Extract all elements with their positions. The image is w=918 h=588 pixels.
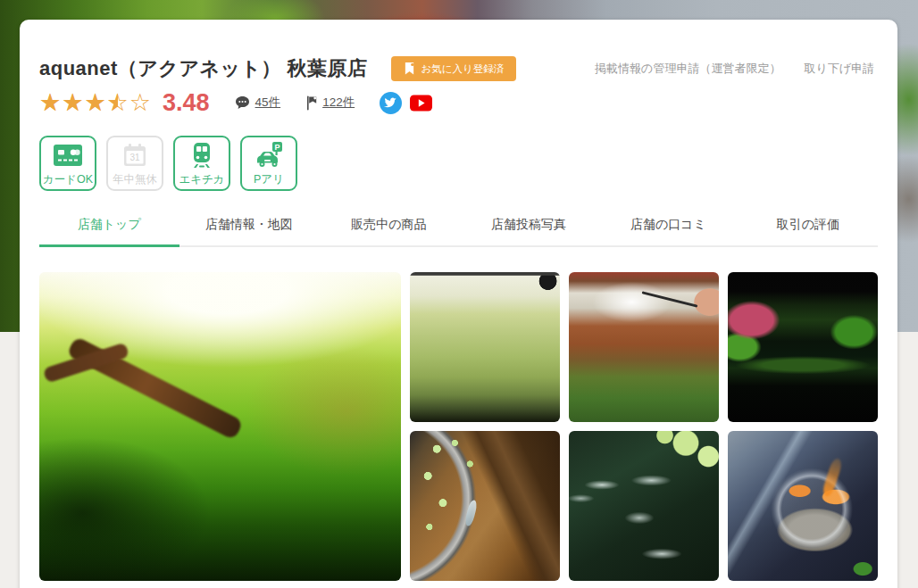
youtube-link[interactable] bbox=[410, 95, 432, 112]
photo-main-aquascape[interactable] bbox=[39, 272, 401, 581]
shop-card: 掲載情報の管理申請（運営者限定） 取り下げ申請 aquanet（アクアネット） … bbox=[20, 20, 897, 588]
photo-gallery bbox=[39, 272, 878, 581]
badge-label: エキチカ bbox=[179, 173, 224, 186]
withdraw-request-link[interactable]: 取り下げ申請 bbox=[804, 61, 874, 77]
badge-card-ok: カードOK bbox=[39, 136, 96, 191]
favorite-button-label: お気に入り登録済 bbox=[421, 62, 505, 76]
reviews-count-link[interactable]: 45件 bbox=[235, 95, 281, 111]
feature-badges: カードOK 31 年中無休 bbox=[39, 136, 878, 191]
checkins-count: 122件 bbox=[322, 95, 355, 111]
photo-thumb-goldfish-jar[interactable] bbox=[728, 431, 878, 581]
tab-posted-photos[interactable]: 店舗投稿写真 bbox=[459, 217, 599, 245]
badge-label: カードOK bbox=[43, 173, 93, 186]
photo-thumb-medaka-fish[interactable] bbox=[569, 431, 719, 581]
checkins-count-link[interactable]: 122件 bbox=[305, 95, 355, 111]
calendar-icon: 31 bbox=[121, 142, 148, 169]
car-parking-icon: P bbox=[254, 141, 284, 170]
manage-request-link[interactable]: 掲載情報の管理申請（運営者限定） bbox=[595, 61, 780, 77]
calendar-day: 31 bbox=[129, 153, 140, 162]
photo-thumb-dark-aquascape[interactable] bbox=[728, 272, 878, 422]
rating-row: ☆☆☆☆☆ ★★★★★ 3.48 45件 122件 bbox=[39, 88, 878, 117]
tab-shop-info-map[interactable]: 店舗情報・地図 bbox=[179, 217, 320, 245]
badge-open-all-year: 31 年中無休 bbox=[106, 136, 163, 191]
star-rating: ☆☆☆☆☆ ★★★★★ bbox=[39, 91, 152, 115]
youtube-icon bbox=[410, 95, 432, 112]
train-icon bbox=[188, 141, 215, 170]
header-admin-links: 掲載情報の管理申請（運営者限定） 取り下げ申請 bbox=[595, 61, 874, 77]
tab-shop-top[interactable]: 店舗トップ bbox=[39, 217, 179, 245]
tab-shop-reviews[interactable]: 店舗の口コミ bbox=[598, 217, 739, 245]
photo-thumb-plant-trimming[interactable] bbox=[569, 272, 719, 422]
parking-letter: P bbox=[274, 143, 280, 152]
flag-icon bbox=[305, 95, 317, 111]
rating-value: 3.48 bbox=[163, 89, 210, 117]
badge-near-station: エキチカ bbox=[173, 136, 230, 191]
shop-tabbar: 店舗トップ 店舗情報・地図 販売中の商品 店舗投稿写真 店舗の口コミ 取引の評価 bbox=[39, 217, 878, 247]
photo-thumb-gravel-bowl[interactable] bbox=[410, 431, 560, 581]
badge-label: Pアリ bbox=[254, 173, 284, 186]
tab-transaction-ratings[interactable]: 取引の評価 bbox=[739, 217, 879, 245]
badge-label: 年中無休 bbox=[113, 173, 157, 186]
favorite-button[interactable]: お気に入り登録済 bbox=[391, 56, 517, 81]
bookmark-icon bbox=[404, 62, 415, 75]
shop-title: aquanet（アクアネット） 秋葉原店 bbox=[39, 55, 368, 82]
badge-parking: P Pアリ bbox=[240, 136, 297, 191]
stars-fill: ★★★★★ bbox=[39, 91, 118, 115]
tab-items-on-sale[interactable]: 販売中の商品 bbox=[319, 217, 459, 245]
social-links bbox=[380, 92, 432, 114]
twitter-link[interactable] bbox=[380, 92, 402, 114]
reviews-count: 45件 bbox=[255, 95, 281, 111]
credit-card-icon bbox=[52, 143, 84, 168]
twitter-icon bbox=[384, 97, 397, 109]
photo-thumb-pale-green-plants[interactable] bbox=[410, 272, 560, 422]
comment-icon bbox=[235, 95, 250, 110]
